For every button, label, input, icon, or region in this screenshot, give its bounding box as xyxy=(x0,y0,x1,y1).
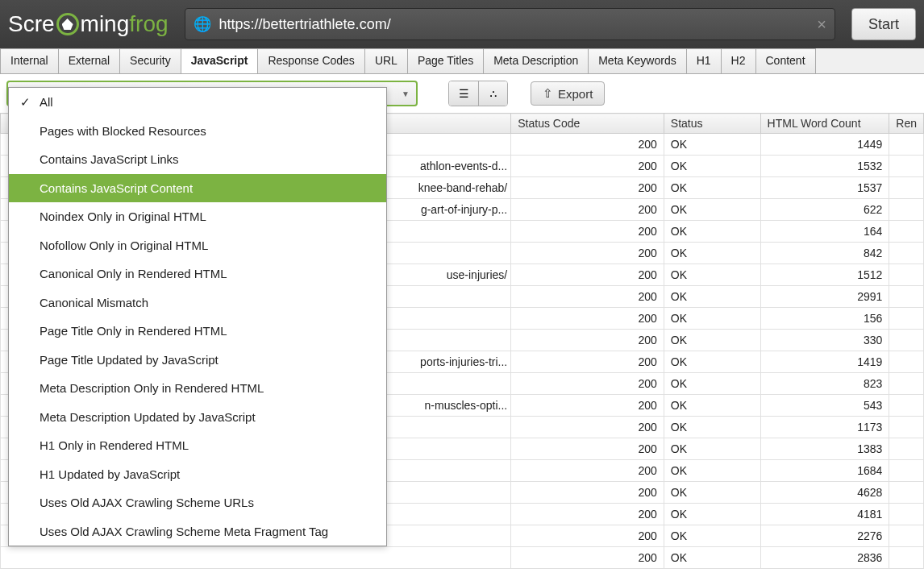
cell-status: OK xyxy=(664,504,760,525)
logo-text-a: Scre xyxy=(8,11,55,37)
filter-option[interactable]: Canonical Mismatch xyxy=(9,288,386,317)
cell-status: OK xyxy=(664,134,760,156)
cell-word-count: 1537 xyxy=(760,177,889,199)
app-header: Scre ming frog 🌐 × Start xyxy=(0,0,924,48)
cell-status-code: 200 xyxy=(511,177,664,199)
filter-option[interactable]: Contains JavaScript Links xyxy=(9,145,386,174)
filter-dropdown-menu: AllPages with Blocked ResourcesContains … xyxy=(8,87,387,546)
cell-rendered xyxy=(889,199,924,221)
column-header[interactable]: Status xyxy=(664,114,760,134)
tab-response-codes[interactable]: Response Codes xyxy=(257,48,364,73)
column-header[interactable]: Ren xyxy=(889,114,924,134)
cell-rendered xyxy=(889,373,924,395)
filter-option[interactable]: Nofollow Only in Original HTML xyxy=(9,231,386,260)
cell-rendered xyxy=(889,525,924,547)
cell-rendered xyxy=(889,243,924,264)
cell-word-count: 2991 xyxy=(760,286,889,308)
tab-javascript[interactable]: JavaScript xyxy=(181,48,259,73)
cell-word-count: 164 xyxy=(760,221,889,243)
cell-word-count: 1684 xyxy=(760,460,889,482)
cell-status: OK xyxy=(664,286,760,308)
table-row[interactable]: 200OK2836 xyxy=(1,547,924,569)
cell-rendered xyxy=(889,134,924,156)
filter-option[interactable]: Meta Description Updated by JavaScript xyxy=(9,403,386,432)
tab-external[interactable]: External xyxy=(58,48,120,73)
filter-option[interactable]: Pages with Blocked Resources xyxy=(9,117,386,146)
cell-word-count: 622 xyxy=(760,199,889,221)
filter-option[interactable]: Page Title Only in Rendered HTML xyxy=(9,317,386,346)
cell-status: OK xyxy=(664,330,760,351)
cell-word-count: 823 xyxy=(760,373,889,395)
cell-rendered xyxy=(889,264,924,286)
tab-meta-description[interactable]: Meta Description xyxy=(483,48,589,73)
cell-status: OK xyxy=(664,438,760,460)
filter-option[interactable]: Noindex Only in Original HTML xyxy=(9,202,386,231)
filter-option[interactable]: Meta Description Only in Rendered HTML xyxy=(9,374,386,403)
tab-page-titles[interactable]: Page Titles xyxy=(407,48,484,73)
logo-text-b: ming xyxy=(81,11,130,37)
filter-option[interactable]: Page Title Updated by JavaScript xyxy=(9,346,386,375)
tab-content[interactable]: Content xyxy=(755,48,816,73)
cell-word-count: 2276 xyxy=(760,525,889,547)
cell-status: OK xyxy=(664,351,760,373)
url-input[interactable] xyxy=(219,16,810,33)
tab-h1[interactable]: H1 xyxy=(686,48,722,73)
filter-option[interactable]: H1 Only in Rendered HTML xyxy=(9,431,386,460)
cell-rendered xyxy=(889,417,924,438)
filter-option[interactable]: All xyxy=(9,88,386,117)
cell-status-code: 200 xyxy=(511,330,664,351)
cell-rendered xyxy=(889,438,924,460)
globe-icon: 🌐 xyxy=(194,15,211,33)
cell-word-count: 1419 xyxy=(760,351,889,373)
export-button[interactable]: ⇧ Export xyxy=(531,81,605,106)
cell-status: OK xyxy=(664,395,760,417)
cell-rendered xyxy=(889,460,924,482)
cell-status-code: 200 xyxy=(511,221,664,243)
tree-view-button[interactable]: ⛬ xyxy=(478,81,507,106)
cell-rendered xyxy=(889,547,924,569)
tab-meta-keywords[interactable]: Meta Keywords xyxy=(588,48,686,73)
column-header[interactable]: HTML Word Count xyxy=(760,114,889,134)
cell-status-code: 200 xyxy=(511,373,664,395)
url-bar[interactable]: 🌐 × xyxy=(185,8,835,40)
cell-status: OK xyxy=(664,525,760,547)
cell-status: OK xyxy=(664,199,760,221)
cell-status: OK xyxy=(664,177,760,199)
cell-word-count: 2836 xyxy=(760,547,889,569)
upload-icon: ⇧ xyxy=(543,86,553,101)
cell-rendered xyxy=(889,482,924,504)
cell-status-code: 200 xyxy=(511,351,664,373)
cell-rendered xyxy=(889,221,924,243)
cell-status-code: 200 xyxy=(511,199,664,221)
filter-option[interactable]: Canonical Only in Rendered HTML xyxy=(9,259,386,288)
logo-frog-icon xyxy=(56,13,79,35)
cell-status: OK xyxy=(664,221,760,243)
cell-word-count: 842 xyxy=(760,243,889,264)
tab-h2[interactable]: H2 xyxy=(721,48,756,73)
cell-word-count: 1532 xyxy=(760,156,889,177)
tab-internal[interactable]: Internal xyxy=(0,48,59,73)
filter-option[interactable]: Uses Old AJAX Crawling Scheme Meta Fragm… xyxy=(9,517,386,546)
tab-url[interactable]: URL xyxy=(364,48,408,73)
filter-option[interactable]: Contains JavaScript Content xyxy=(9,174,386,203)
list-view-button[interactable]: ☰ xyxy=(449,81,478,106)
cell-rendered xyxy=(889,395,924,417)
cell-status-code: 200 xyxy=(511,308,664,330)
clear-icon[interactable]: × xyxy=(817,15,826,34)
cell-rendered xyxy=(889,351,924,373)
cell-word-count: 543 xyxy=(760,395,889,417)
cell-status: OK xyxy=(664,482,760,504)
filter-option[interactable]: Uses Old AJAX Crawling Scheme URLs xyxy=(9,488,386,517)
cell-status-code: 200 xyxy=(511,264,664,286)
cell-status-code: 200 xyxy=(511,417,664,438)
tab-security[interactable]: Security xyxy=(119,48,181,73)
cell-rendered xyxy=(889,504,924,525)
cell-status: OK xyxy=(664,417,760,438)
cell-status-code: 200 xyxy=(511,286,664,308)
column-header[interactable]: Status Code xyxy=(511,114,664,134)
filter-option[interactable]: H1 Updated by JavaScript xyxy=(9,460,386,489)
start-button[interactable]: Start xyxy=(851,8,916,40)
view-mode-group: ☰ ⛬ xyxy=(448,81,508,106)
cell-word-count: 1173 xyxy=(760,417,889,438)
cell-word-count: 330 xyxy=(760,330,889,351)
